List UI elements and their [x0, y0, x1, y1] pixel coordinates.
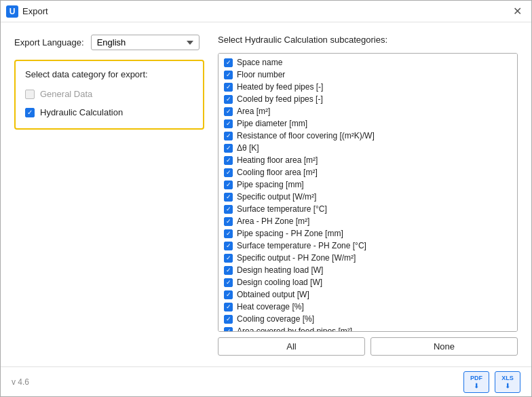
hydraulic-calc-checkbox[interactable]: ✓: [25, 108, 35, 117]
pdf-download-icon: ⬇: [474, 382, 479, 390]
list-item[interactable]: ✓Obtained output [W]: [218, 288, 517, 301]
checklist-checkbox[interactable]: ✓: [224, 315, 233, 324]
subcategories-list[interactable]: ✓Space name✓Floor number✓Heated by feed …: [218, 53, 518, 332]
checklist-item-label: Area [m²]: [237, 107, 270, 116]
titlebar-left: U Export: [6, 5, 48, 18]
checklist-item-label: Obtained output [W]: [237, 290, 309, 299]
checklist-checkbox[interactable]: ✓: [224, 290, 233, 299]
list-item[interactable]: ✓Design heating load [W]: [218, 264, 517, 276]
list-item[interactable]: ✓Heated by feed pipes [-]: [218, 81, 517, 93]
export-window: U Export ✕ Export Language: English Germ…: [0, 0, 532, 397]
checklist-checkbox[interactable]: ✓: [224, 327, 233, 333]
checklist-checkbox[interactable]: ✓: [224, 83, 233, 92]
category-box: Select data category for export: General…: [14, 60, 204, 130]
checklist-item-label: Pipe diameter [mm]: [237, 119, 307, 128]
checklist-checkbox[interactable]: ✓: [224, 242, 233, 250]
list-item[interactable]: ✓Cooled by feed pipes [-]: [218, 93, 517, 105]
checklist-item-label: Cooling floor area [m²]: [237, 168, 318, 177]
list-item[interactable]: ✓Surface temperature - PH Zone [°C]: [218, 240, 517, 252]
checklist-checkbox[interactable]: ✓: [224, 229, 233, 238]
checklist-checkbox[interactable]: ✓: [224, 217, 233, 226]
checklist-checkbox[interactable]: ✓: [224, 95, 233, 104]
checklist-item-label: Space name: [237, 58, 282, 67]
list-item[interactable]: ✓Pipe spacing - PH Zone [mm]: [218, 227, 517, 240]
checklist-checkbox[interactable]: ✓: [224, 132, 233, 140]
list-item[interactable]: ✓Cooling floor area [m²]: [218, 166, 517, 178]
list-item[interactable]: ✓Specific output [W/m²]: [218, 191, 517, 203]
list-item[interactable]: ✓Resistance of floor covering [(m²K)/W]: [218, 130, 517, 142]
list-item[interactable]: ✓Cooling coverage [%]: [218, 313, 517, 325]
selection-buttons: All None: [218, 337, 518, 356]
general-data-checkbox[interactable]: [25, 90, 35, 99]
checklist-item-label: Area - PH Zone [m²]: [237, 216, 309, 226]
checklist-item-label: Pipe spacing [mm]: [237, 180, 304, 189]
checklist-item-label: Area covered by feed pipes [m²]: [237, 326, 352, 332]
none-button[interactable]: None: [370, 337, 518, 356]
checklist-item-label: Specific output [W/m²]: [237, 192, 316, 202]
checklist-item-label: Floor number: [237, 70, 285, 79]
checklist-checkbox[interactable]: ✓: [224, 58, 233, 67]
checklist-checkbox[interactable]: ✓: [224, 71, 233, 79]
list-item[interactable]: ✓Area - PH Zone [m²]: [218, 215, 517, 227]
list-item[interactable]: ✓Specific output - PH Zone [W/m²]: [218, 252, 517, 264]
checklist-item-label: Design heating load [W]: [237, 265, 323, 275]
list-item[interactable]: ✓Pipe spacing [mm]: [218, 178, 517, 191]
all-button[interactable]: All: [218, 337, 365, 356]
list-item[interactable]: ✓Δθ [K]: [218, 142, 517, 154]
list-item[interactable]: ✓Heating floor area [m²]: [218, 154, 517, 166]
export-language-row: Export Language: English German French S…: [14, 35, 204, 50]
close-button[interactable]: ✕: [508, 3, 526, 20]
checklist-item-label: Specific output - PH Zone [W/m²]: [237, 253, 356, 263]
category-box-title: Select data category for export:: [25, 69, 193, 79]
checklist-checkbox[interactable]: ✓: [224, 205, 233, 214]
language-select[interactable]: English German French Spanish: [91, 35, 200, 50]
right-panel: Select Hydraulic Calculation subcategori…: [218, 35, 518, 356]
category-item-hydraulic[interactable]: ✓ Hydraulic Calculation: [25, 107, 193, 117]
checklist-checkbox[interactable]: ✓: [224, 303, 233, 311]
main-content: Export Language: English German French S…: [1, 22, 531, 366]
checklist-checkbox[interactable]: ✓: [224, 156, 233, 165]
xls-download-icon: ⬇: [505, 382, 510, 390]
general-data-label: General Data: [40, 89, 92, 99]
checklist-item-label: Heated by feed pipes [-]: [237, 82, 323, 92]
window-title: Export: [22, 6, 48, 16]
list-item[interactable]: ✓Floor number: [218, 69, 517, 81]
titlebar: U Export ✕: [1, 1, 531, 22]
list-item[interactable]: ✓Heat coverage [%]: [218, 301, 517, 313]
pdf-label: PDF: [470, 375, 482, 381]
checklist-checkbox[interactable]: ✓: [224, 181, 233, 189]
app-icon: U: [6, 5, 18, 18]
checklist-checkbox[interactable]: ✓: [224, 266, 233, 275]
checklist-item-label: Surface temperature - PH Zone [°C]: [237, 241, 366, 250]
checklist-item-label: Design cooling load [W]: [237, 278, 322, 287]
checklist-checkbox[interactable]: ✓: [224, 193, 233, 202]
hydraulic-calc-label: Hydraulic Calculation: [40, 107, 123, 117]
checklist-item-label: Pipe spacing - PH Zone [mm]: [237, 229, 343, 238]
list-item[interactable]: ✓Space name: [218, 56, 517, 69]
checklist-item-label: Heating floor area [m²]: [237, 155, 318, 165]
list-item[interactable]: ✓Surface temperature [°C]: [218, 203, 517, 215]
list-item[interactable]: ✓Pipe diameter [mm]: [218, 117, 517, 130]
checklist-checkbox[interactable]: ✓: [224, 254, 233, 263]
checklist-item-label: Δθ [K]: [237, 143, 259, 153]
xls-export-button[interactable]: XLS ⬇: [495, 371, 520, 393]
left-panel: Export Language: English German French S…: [14, 35, 204, 356]
export-icons: PDF ⬇ XLS ⬇: [463, 371, 520, 393]
footer: v 4.6 PDF ⬇ XLS ⬇: [1, 366, 531, 396]
category-item-general[interactable]: General Data: [25, 89, 193, 99]
list-item[interactable]: ✓Area covered by feed pipes [m²]: [218, 325, 517, 332]
checklist-checkbox[interactable]: ✓: [224, 144, 233, 153]
checklist-checkbox[interactable]: ✓: [224, 278, 233, 287]
checklist-item-label: Heat coverage [%]: [237, 302, 304, 311]
checklist-checkbox[interactable]: ✓: [224, 119, 233, 128]
checklist-item-label: Surface temperature [°C]: [237, 204, 327, 214]
checklist-item-label: Cooling coverage [%]: [237, 314, 314, 324]
version-label: v 4.6: [12, 377, 29, 387]
checklist-checkbox[interactable]: ✓: [224, 168, 233, 177]
checklist-checkbox[interactable]: ✓: [224, 107, 233, 116]
list-item[interactable]: ✓Design cooling load [W]: [218, 276, 517, 288]
list-item[interactable]: ✓Area [m²]: [218, 105, 517, 117]
subcategories-title: Select Hydraulic Calculation subcategori…: [218, 35, 518, 45]
xls-label: XLS: [501, 375, 514, 381]
pdf-export-button[interactable]: PDF ⬇: [463, 371, 489, 393]
